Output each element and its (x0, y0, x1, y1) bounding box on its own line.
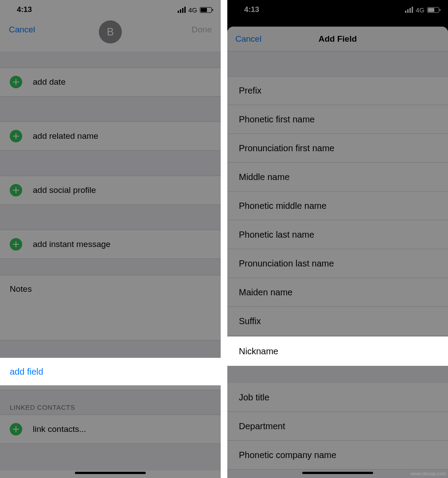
plus-icon (10, 423, 22, 435)
add-social-profile-row[interactable]: add social profile (0, 176, 221, 205)
row-label: add instant message (33, 239, 110, 249)
row-label: add date (33, 77, 66, 87)
field-pronunciation-first-name[interactable]: Pronunciation first name (227, 134, 448, 163)
avatar[interactable]: B (99, 20, 122, 43)
status-right: 4G (178, 6, 212, 14)
field-suffix[interactable]: Suffix (227, 307, 448, 336)
section-gap (227, 51, 448, 76)
signal-icon (405, 7, 413, 13)
field-label: Nickname (239, 346, 278, 357)
status-time: 4:13 (244, 5, 259, 14)
sheet-header: Cancel Add Field (227, 27, 448, 51)
add-field-row[interactable]: add field (0, 358, 221, 385)
add-field-screen: 4:13 4G Cancel Add Field Prefix Phonetic… (227, 0, 448, 478)
notes-row[interactable]: Notes (0, 275, 221, 341)
field-pronunciation-last-name[interactable]: Pronunciation last name (227, 249, 448, 278)
done-button[interactable]: Done (192, 25, 212, 35)
link-contacts-row[interactable]: link contacts... (0, 415, 221, 444)
field-prefix[interactable]: Prefix (227, 76, 448, 105)
section-gap (0, 151, 221, 176)
nav-header: Cancel B Done (0, 20, 221, 43)
network-label: 4G (188, 6, 197, 14)
section-gap (0, 205, 221, 230)
battery-icon (200, 7, 212, 13)
add-instant-message-row[interactable]: add instant message (0, 230, 221, 259)
status-bar: 4:13 4G (227, 0, 448, 20)
row-label: add related name (33, 131, 98, 141)
plus-icon (10, 130, 22, 142)
home-indicator[interactable] (75, 472, 146, 474)
row-label: link contacts... (33, 424, 86, 434)
status-bar: 4:13 4G (0, 0, 221, 20)
section-gap (0, 259, 221, 275)
add-field-label: add field (10, 367, 43, 377)
plus-icon (10, 238, 22, 251)
status-time: 4:13 (17, 5, 32, 14)
linked-contacts-header: LINKED CONTACTS (0, 390, 221, 415)
field-phonetic-last-name[interactable]: Phonetic last name (227, 220, 448, 249)
edit-contact-screen: 4:13 4G Cancel B Done add date add (0, 0, 221, 478)
network-label: 4G (416, 6, 425, 14)
signal-icon (178, 7, 186, 13)
field-middle-name[interactable]: Middle name (227, 163, 448, 192)
row-label: Notes (10, 284, 32, 294)
field-nickname[interactable]: Nickname (227, 337, 448, 366)
field-department[interactable]: Department (227, 412, 448, 441)
section-gap (227, 364, 448, 383)
cancel-button[interactable]: Cancel (9, 25, 35, 35)
status-right: 4G (405, 6, 439, 14)
watermark: www.deuaq.com (410, 471, 446, 476)
field-phonetic-first-name[interactable]: Phonetic first name (227, 105, 448, 134)
field-job-title[interactable]: Job title (227, 383, 448, 412)
section-gap (0, 97, 221, 121)
cancel-button[interactable]: Cancel (235, 34, 261, 44)
field-maiden-name[interactable]: Maiden name (227, 278, 448, 307)
sheet-title: Add Field (319, 34, 357, 44)
add-date-row[interactable]: add date (0, 67, 221, 97)
row-label: add social profile (33, 185, 96, 195)
plus-icon (10, 76, 22, 88)
field-phonetic-company-name[interactable]: Phonetic company name (227, 441, 448, 470)
sheet-body: Prefix Phonetic first name Pronunciation… (227, 76, 448, 470)
plus-icon (10, 184, 22, 196)
battery-icon (427, 7, 439, 13)
add-related-name-row[interactable]: add related name (0, 121, 221, 151)
add-field-sheet: Cancel Add Field Prefix Phonetic first n… (227, 27, 448, 478)
field-phonetic-middle-name[interactable]: Phonetic middle name (227, 192, 448, 220)
home-indicator[interactable] (302, 472, 373, 474)
section-gap (0, 51, 221, 67)
